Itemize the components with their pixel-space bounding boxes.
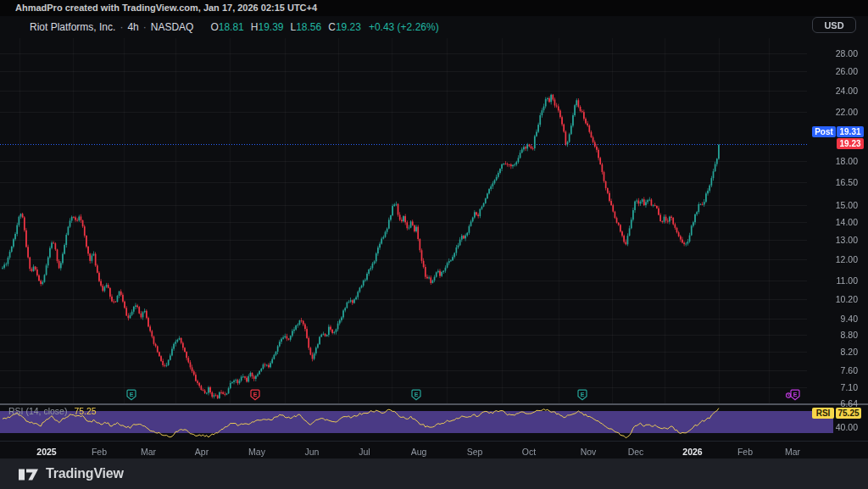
- separator-dot: ·: [143, 21, 147, 33]
- price-axis-label: 14.00: [807, 217, 858, 227]
- earnings-marker-icon[interactable]: E: [577, 389, 587, 401]
- time-axis-label: Feb: [737, 447, 753, 457]
- price-axis-label: 10.20: [807, 294, 858, 304]
- time-axis[interactable]: 2025FebMarAprMayJunJulAugSepOctNovDec202…: [0, 442, 807, 458]
- post-price-label: 19.31: [837, 126, 864, 137]
- post-market-flag: Post: [812, 126, 836, 137]
- price-axis-label: 16.50: [807, 177, 858, 187]
- time-axis-label: Aug: [411, 447, 427, 457]
- currency-button[interactable]: USD: [812, 17, 856, 33]
- price-axis-label: 15.00: [807, 200, 858, 210]
- price-axis-label: 13.00: [807, 235, 858, 245]
- earnings-marker-icon[interactable]: E: [126, 389, 136, 401]
- open-label: O: [210, 21, 218, 33]
- exchange-label: NASDAQ: [151, 21, 194, 33]
- svg-text:E: E: [253, 392, 258, 397]
- tradingview-brand[interactable]: TradingView: [46, 466, 124, 481]
- time-axis-label: Jun: [305, 447, 320, 457]
- price-axis-label: 7.10: [807, 382, 858, 392]
- symbol-title[interactable]: Riot Platforms, Inc.: [30, 21, 115, 33]
- earnings-marker-icon[interactable]: E: [250, 389, 260, 401]
- earnings-marker-icon[interactable]: E: [411, 389, 421, 401]
- rsi-badge-value: 75.25: [836, 408, 861, 419]
- time-axis-label: Nov: [581, 447, 597, 457]
- price-axis-label: 8.80: [807, 330, 858, 340]
- ohlc-values: O18.81 H19.39 L18.56 C19.23: [203, 21, 361, 33]
- rsi-title-value: 75.25: [74, 406, 96, 416]
- low-value: 18.56: [296, 21, 321, 33]
- price-axis-label: 8.20: [807, 347, 858, 357]
- time-axis-label: Apr: [195, 447, 209, 457]
- close-label: C: [328, 21, 336, 33]
- interval-label[interactable]: 4h: [127, 21, 138, 33]
- svg-text:E: E: [793, 392, 798, 397]
- high-value: 19.39: [258, 21, 283, 33]
- rsi-indicator-title[interactable]: RSI (14, close) 75.25: [8, 406, 97, 416]
- price-axis[interactable]: 28.0026.0024.0022.0018.0016.5015.0014.00…: [807, 38, 868, 403]
- time-axis-label: Mar: [141, 447, 156, 457]
- time-axis-label: May: [248, 447, 265, 457]
- price-axis-label: 12.00: [807, 254, 858, 264]
- attribution-text: AhmadPro created with TradingView.com, J…: [15, 3, 317, 13]
- price-chart-canvas[interactable]: [0, 38, 807, 441]
- time-axis-label: Jul: [359, 447, 370, 457]
- change-value: +0.43 (+2.26%): [369, 21, 439, 33]
- tradingview-logo-icon[interactable]: [19, 468, 39, 481]
- price-axis-label: 18.00: [807, 156, 858, 166]
- price-axis-label: 24.00: [807, 86, 858, 96]
- rsi-axis-label: 40.00: [807, 422, 858, 432]
- svg-text:E: E: [581, 392, 585, 397]
- price-axis-label: 11.00: [807, 275, 858, 286]
- time-axis-label: Feb: [92, 447, 107, 457]
- footer-bar: TradingView: [0, 458, 868, 489]
- time-axis-label: 2025: [36, 447, 56, 457]
- price-axis-label: 7.60: [807, 365, 858, 375]
- rsi-badge: RSI: [812, 408, 834, 419]
- time-axis-label: 2026: [682, 447, 702, 457]
- svg-text:E: E: [415, 392, 419, 397]
- price-axis-label: 9.40: [807, 314, 858, 324]
- price-axis-label: 28.00: [807, 48, 858, 58]
- last-price-label: 19.23: [837, 138, 864, 149]
- symbol-info-bar: Riot Platforms, Inc. · 4h · NASDAQ O18.8…: [30, 20, 439, 34]
- time-axis-label: Sep: [467, 447, 483, 457]
- open-value: 18.81: [219, 21, 244, 33]
- close-value: 19.23: [336, 21, 361, 33]
- upcoming-earnings-marker-icon[interactable]: E: [786, 389, 800, 401]
- price-axis-label: 22.00: [807, 107, 858, 117]
- separator-dot: ·: [120, 21, 123, 33]
- price-axis-label: 26.00: [807, 66, 858, 76]
- tradingview-chart-window: AhmadPro created with TradingView.com, J…: [0, 0, 868, 489]
- time-axis-label: Oct: [522, 447, 536, 457]
- rsi-title-text: RSI (14, close): [8, 406, 67, 416]
- time-axis-label: Mar: [785, 447, 800, 457]
- pane-separator[interactable]: [0, 403, 868, 405]
- time-axis-label: Dec: [628, 447, 644, 457]
- svg-text:E: E: [130, 392, 134, 397]
